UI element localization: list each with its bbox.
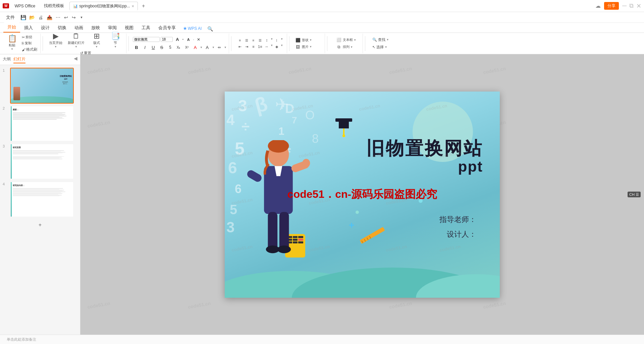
undo-dropdown[interactable]: ▼ <box>78 14 85 21</box>
more-icon[interactable]: ⋯ <box>54 14 62 21</box>
smart-art-btn[interactable]: ◈ <box>274 44 280 49</box>
line-spacing-btn[interactable]: ↕ <box>264 38 270 43</box>
slides-tab[interactable]: 幻灯片 <box>13 56 25 63</box>
format-painter-btn[interactable]: 🖌 格式刷 <box>21 47 38 52</box>
paste-btn[interactable]: 📋 粘贴 ▼ <box>5 34 19 53</box>
ch-badge[interactable]: CH ☰ <box>628 192 641 197</box>
new-slide-btn[interactable]: 🗒 新建幻灯片 ▼ <box>66 31 87 49</box>
undo-btn[interactable]: ↩ <box>62 14 70 21</box>
slide-item-4[interactable]: 4 研究的内容： <box>3 181 77 217</box>
text-dir-dropdown[interactable]: ▼ <box>270 44 273 49</box>
save-icon[interactable]: 💾 <box>19 14 27 21</box>
subscript-btn[interactable]: X₂ <box>175 44 182 51</box>
font-size-input[interactable] <box>161 37 173 42</box>
font-name-input[interactable] <box>133 37 160 42</box>
export-icon[interactable]: 📤 <box>46 14 53 21</box>
list-btn[interactable]: ≡ <box>250 44 256 49</box>
tab-start[interactable]: 开始 <box>3 22 20 33</box>
cut-btn[interactable]: ✂ 剪切 <box>21 35 38 40</box>
slide-canvas[interactable]: 3 β ✈ ÷ 5 4 6 6 5 3 D 1 7 f O 8 <box>225 92 500 298</box>
canvas-area[interactable]: code51.cn code51.cn code51.cn code51.cn … <box>80 54 644 335</box>
columns-btn[interactable]: ⫶ <box>274 38 280 43</box>
arrange-btn[interactable]: ⧉ <box>335 44 342 50</box>
slide-thumb-2[interactable]: 摘要： <box>10 106 74 141</box>
font-color-dropdown[interactable]: ▼ <box>200 46 203 49</box>
tab-wps-office[interactable]: WPS Office <box>11 2 39 10</box>
slide-item-2[interactable]: 2 摘要： <box>3 106 77 141</box>
layout-btn[interactable]: ⊞ 版式 ▼ <box>88 31 105 49</box>
redo-btn[interactable]: ↪ <box>70 14 77 21</box>
picture-expand[interactable]: ▼ <box>309 45 312 48</box>
slide-item-1[interactable]: 1 旧物置换网站ppt 指导老师：设计人 <box>3 68 77 104</box>
wps-ai-tab[interactable]: ★ WPS AI <box>180 24 205 33</box>
shape-expand[interactable]: ▼ <box>309 39 312 42</box>
notes-bar[interactable]: 单击此处添加备注 <box>0 335 644 344</box>
outline-tab[interactable]: 大纲 <box>3 56 11 63</box>
section-btn[interactable]: 📑 节 ▼ <box>107 31 124 49</box>
print-icon[interactable]: 🖨 <box>37 14 44 21</box>
strikethrough-btn[interactable]: S <box>158 44 165 51</box>
superscript-btn[interactable]: X² <box>183 44 191 51</box>
text-highlight-btn[interactable]: A <box>204 44 211 51</box>
align-justify-btn[interactable]: ☰ <box>257 38 263 43</box>
align-right-btn[interactable]: ≡ <box>250 38 256 43</box>
tab-template[interactable]: 找稻壳模板 <box>41 2 67 10</box>
smart-art-dropdown[interactable]: ▼ <box>280 44 283 49</box>
italic-btn[interactable]: I <box>141 44 149 51</box>
share-button[interactable]: 分享 <box>604 2 619 10</box>
panel-collapse-btn[interactable]: ◀ <box>74 56 77 63</box>
shape-btn[interactable]: ⬛ <box>294 37 301 43</box>
open-icon[interactable]: 📂 <box>28 14 36 21</box>
add-slide-btn[interactable]: + <box>3 219 77 231</box>
decrease-font-sup[interactable]: - <box>193 38 194 41</box>
indent-decrease-btn[interactable]: ⇤ <box>237 44 243 49</box>
line-spacing-dropdown[interactable]: ▼ <box>270 38 273 43</box>
tab-tools[interactable]: 工具 <box>138 23 154 33</box>
align-center-btn[interactable]: ☰ <box>244 38 250 43</box>
select-dropdown[interactable]: ▼ <box>385 46 387 49</box>
shadow-btn[interactable]: S̈ <box>166 44 174 51</box>
decrease-font-btn[interactable]: A <box>185 36 192 43</box>
copy-btn[interactable]: ⎘ 复制 <box>21 41 38 46</box>
tab-member[interactable]: 会员专享 <box>154 23 180 33</box>
columns-dropdown[interactable]: ▼ <box>280 38 283 43</box>
arrange-expand[interactable]: ▼ <box>350 46 353 49</box>
slide-title-container[interactable]: 旧物置换网站 ppt <box>366 138 483 175</box>
underline-btn[interactable]: U <box>150 44 157 51</box>
text-direction-btn[interactable]: ↔ <box>264 44 270 49</box>
paste-dropdown[interactable]: ▼ <box>11 48 13 51</box>
highlight-dropdown[interactable]: ▼ <box>212 46 215 49</box>
textbox-btn[interactable]: ⬜ <box>335 37 342 43</box>
char-spacing-btn[interactable]: ⇔ <box>216 44 223 51</box>
numbered-list-btn[interactable]: 1≡ <box>257 44 263 49</box>
align-left-btn[interactable]: ≡ <box>237 38 243 43</box>
textbox-expand[interactable]: ▼ <box>354 39 356 42</box>
bold-btn[interactable]: B <box>133 44 140 51</box>
slide-info-container[interactable]: 指导老师： 设计人： <box>439 212 476 242</box>
slide-thumb-3[interactable]: 研究背景 <box>10 144 74 179</box>
search-ribbon-btn[interactable]: 🔍 <box>206 25 214 33</box>
picture-btn[interactable]: 🖼 <box>294 44 301 50</box>
find-dropdown[interactable]: ▼ <box>386 38 389 41</box>
slide-thumb-1[interactable]: 旧物置换网站ppt 指导老师：设计人： <box>10 68 74 104</box>
play-btn[interactable]: ▶ 当页开始 ▼ <box>47 31 64 49</box>
select-btn[interactable]: ↖ 选择 ▼ <box>371 44 390 50</box>
menu-file[interactable]: 文件 <box>3 13 17 22</box>
increase-font-btn[interactable]: A <box>174 36 181 43</box>
increase-font-sup[interactable]: + <box>182 38 184 41</box>
tab-close-btn[interactable]: ✕ <box>131 4 134 8</box>
restore-btn[interactable]: ⧉ <box>629 2 634 9</box>
font-color-btn[interactable]: A <box>192 44 199 51</box>
minimize-btn[interactable]: ─ <box>622 2 627 9</box>
clear-format-btn[interactable]: ✕ <box>195 36 202 43</box>
close-btn[interactable]: ✕ <box>636 2 641 10</box>
cloud-icon[interactable]: ☁ <box>595 3 601 9</box>
find-btn[interactable]: 🔍 查找 ▼ <box>371 37 390 43</box>
tab-insert[interactable]: 插入 <box>20 23 37 33</box>
spacing-dropdown[interactable]: ▼ <box>224 46 227 49</box>
tab-file-active[interactable]: 📊 springboot旧物置换网站pp... ✕ <box>69 2 138 10</box>
slide-thumb-4[interactable]: 研究的内容： <box>10 181 74 217</box>
tab-add-btn[interactable]: + <box>140 2 147 10</box>
indent-increase-btn[interactable]: ⇥ <box>244 44 250 49</box>
slide-item-3[interactable]: 3 研究背景 <box>3 144 77 179</box>
